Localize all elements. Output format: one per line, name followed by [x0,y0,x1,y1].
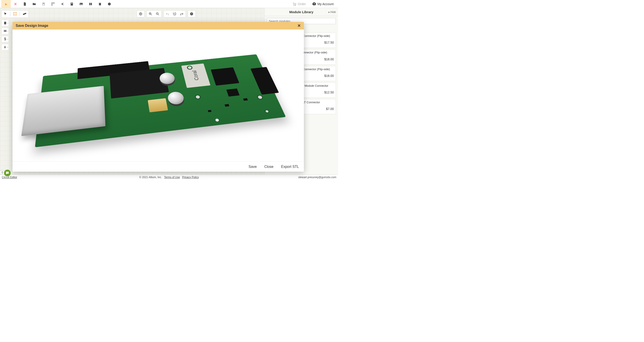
svg-point-10 [294,5,294,5]
toolbar-separator [20,12,20,16]
top-toolbar: Order My Account [0,0,338,8]
selection-toolbar [1,10,28,18]
close-icon[interactable]: ✕ [298,23,301,28]
undo-icon[interactable] [165,12,170,16]
svg-rect-19 [4,22,6,24]
svg-rect-14 [14,12,14,13]
calculator-icon[interactable] [67,0,76,8]
toolbar-separator [10,12,10,16]
account-label: My Account [318,2,334,6]
svg-point-1 [52,3,52,3]
user-email: stewart.pressney@gumstix.com [298,176,336,179]
cart-icon [292,2,296,6]
module-price: $12.50 [324,90,334,94]
svg-rect-20 [4,30,6,31]
modal-footer: Save Close Export STL [12,162,304,172]
share-icon[interactable] [58,0,67,8]
image-icon[interactable] [76,0,86,8]
svg-rect-4 [71,2,73,6]
svg-point-7 [80,3,81,4]
terms-link[interactable]: Terms of Use [164,176,180,179]
svg-rect-16 [14,14,14,16]
zoom-out-icon[interactable] [155,12,160,16]
layers-tool[interactable]: › [1,28,9,34]
account-link[interactable]: My Account [309,2,337,6]
circuit-editor-link[interactable]: Circuit Editor [2,176,17,179]
svg-rect-5 [71,3,72,3]
left-tool-column: › › $› › [1,20,9,50]
package-icon[interactable] [105,0,114,8]
rotate-3d-icon[interactable] [138,12,143,16]
logo-icon[interactable] [1,0,11,8]
close-button[interactable]: Close [264,165,274,169]
save-design-image-modal: Save Design Image ✕ Coral Save Close [12,22,304,172]
save-button[interactable]: Save [249,165,257,169]
clipboard-tool[interactable]: › [1,20,9,26]
pcb-3d-preview: Coral [35,54,286,147]
power-tool[interactable]: › [1,44,9,50]
hide-label: Hide [330,10,336,14]
svg-text:?: ? [191,13,192,15]
view-toolbar: ? [137,10,196,18]
book-icon[interactable] [86,0,95,8]
redo-icon[interactable] [179,12,184,16]
modal-header: Save Design Image ✕ [12,22,304,30]
pricing-tool[interactable]: $› [1,36,9,42]
branch-icon[interactable] [48,0,58,8]
module-library-title: Module Library [289,10,314,14]
tools-icon[interactable] [11,0,20,8]
svg-rect-9 [100,2,100,3]
save-icon[interactable] [39,0,48,8]
module-price: $18.00 [324,74,334,78]
help-icon[interactable]: ? [189,12,194,16]
svg-rect-8 [99,3,101,5]
svg-rect-0 [43,4,44,5]
module-price: $7.00 [326,107,334,111]
new-file-icon[interactable] [20,0,30,8]
pointer-icon[interactable] [3,12,8,16]
export-stl-button[interactable]: Export STL [281,165,299,169]
module-price: $18.00 [324,58,334,61]
open-folder-icon[interactable] [30,0,39,8]
module-price: $17.50 [324,41,334,44]
modal-body[interactable]: Coral [12,30,304,162]
svg-point-13 [314,3,314,4]
clipboard-icon[interactable] [95,0,105,8]
chat-bubble-icon[interactable] [4,170,11,176]
user-icon [312,2,316,6]
order-label: Order [298,2,306,6]
svg-point-2 [52,5,52,5]
status-bar: Circuit Editor © 2021 Altium, Inc. Terms… [0,174,338,180]
privacy-link[interactable]: Privacy Policy [182,176,199,179]
order-link[interactable]: Order [289,2,309,6]
svg-point-11 [295,5,296,5]
modal-title: Save Design Image [16,24,48,28]
history-icon[interactable] [172,12,177,16]
hide-panel-button[interactable]: ▸ Hide [328,10,336,14]
svg-rect-17 [16,14,16,16]
ruler-icon[interactable] [22,12,26,16]
component-select-icon[interactable] [13,12,17,16]
svg-rect-18 [23,13,26,15]
svg-rect-21 [4,31,6,32]
copyright: © 2021 Altium, Inc. [139,176,162,179]
svg-rect-15 [16,12,16,13]
zoom-in-icon[interactable] [148,12,153,16]
